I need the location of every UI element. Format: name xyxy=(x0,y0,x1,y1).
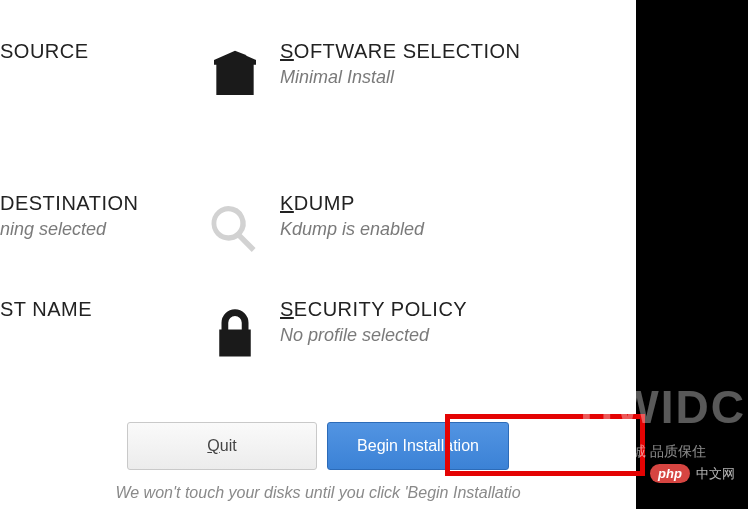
software-selection-title: SOFTWARE SELECTION xyxy=(280,40,636,63)
quit-button[interactable]: Quit xyxy=(127,422,317,470)
begin-installation-button[interactable]: Begin Installation xyxy=(327,422,509,470)
kdump-title: KDUMP xyxy=(280,192,636,215)
software-selection-spoke[interactable]: SOFTWARE SELECTION Minimal Install xyxy=(190,40,636,102)
network-hostname-title: ST NAME xyxy=(0,298,190,321)
network-hostname-spoke[interactable]: ST NAME xyxy=(0,298,190,364)
footer-warning: We won't touch your disks until you clic… xyxy=(0,484,636,502)
kdump-spoke[interactable]: KDUMP Kdump is enabled xyxy=(190,192,636,262)
package-icon xyxy=(190,40,280,102)
installation-destination-spoke[interactable]: DESTINATION ning selected xyxy=(0,192,190,262)
software-selection-subtitle: Minimal Install xyxy=(280,67,636,88)
installation-source-title: SOURCE xyxy=(0,40,190,63)
installation-source-spoke[interactable]: SOURCE xyxy=(0,40,190,102)
lock-icon xyxy=(190,298,280,364)
security-policy-subtitle: No profile selected xyxy=(280,325,636,346)
security-policy-spoke[interactable]: SECURITY POLICY No profile selected xyxy=(190,298,636,364)
installation-destination-subtitle: ning selected xyxy=(0,219,190,240)
magnifier-icon xyxy=(190,192,280,262)
kdump-subtitle: Kdump is enabled xyxy=(280,219,636,240)
black-sidebar xyxy=(636,0,748,509)
installation-destination-title: DESTINATION xyxy=(0,192,190,215)
security-policy-title: SECURITY POLICY xyxy=(280,298,636,321)
